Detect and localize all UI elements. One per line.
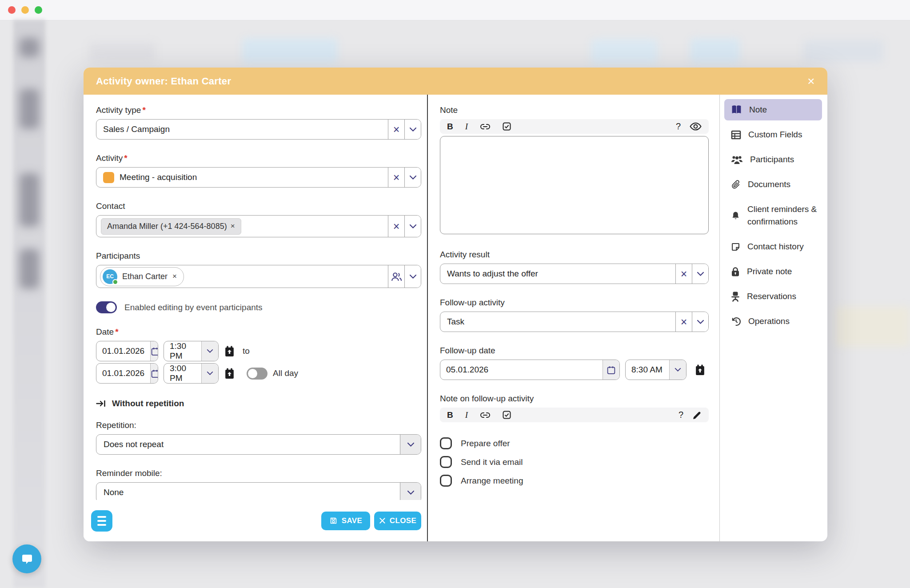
calendar-icon[interactable] [150,341,158,361]
participants-select[interactable]: EC Ethan Carter × [96,265,421,288]
checklist-icon[interactable] [503,411,511,419]
contact-tag[interactable]: Amanda Miller (+1 424-564-8085) × [101,218,241,235]
remove-icon[interactable]: × [231,222,235,231]
lock-icon [731,267,740,277]
start-time-input[interactable]: 1:30 PM [164,341,219,361]
checkbox[interactable] [440,475,452,487]
chevron-down-icon[interactable] [404,265,421,288]
help-icon[interactable]: ? [676,121,681,132]
italic-icon[interactable]: I [465,410,468,420]
sidebar-item-documents[interactable]: Documents [724,174,822,195]
sidebar-item-custom-fields[interactable]: Custom Fields [724,124,822,145]
sidebar-item-participants[interactable]: Participants [724,149,822,170]
enable-editing-toggle[interactable] [96,301,117,313]
participants-label: Participants [96,251,421,261]
bold-icon[interactable]: B [447,122,453,132]
sidebar-item-note[interactable]: Note [724,99,822,120]
sidebar-item-client-reminders[interactable]: Client reminders & confirmations [724,199,822,232]
menu-button[interactable] [91,510,112,532]
sidebar-item-contact-history[interactable]: Contact history [724,236,822,257]
all-day-label: All day [273,368,298,378]
follow-up-time-input[interactable]: 8:30 AM [625,360,686,380]
date-to-label: to [243,346,250,356]
activity-form-column: Activity type* Sales / Campaign × Activi… [84,95,428,541]
bell-icon [731,211,740,221]
add-to-calendar-icon[interactable] [694,364,706,376]
italic-icon[interactable]: I [465,122,468,132]
calendar-icon[interactable] [603,360,619,380]
preview-eye-icon[interactable] [690,122,702,131]
calendar-icon[interactable] [150,364,158,383]
follow-up-note-toolbar: B I ? [440,408,709,422]
avatar: EC [103,269,117,284]
note-label: Note [440,105,709,115]
help-icon[interactable]: ? [679,410,683,420]
checkbox[interactable] [440,456,452,468]
follow-up-note-label: Note on follow-up activity [440,394,709,404]
required-asterisk: * [124,153,127,163]
chat-bubble-icon [20,552,34,566]
end-time-input[interactable]: 3:00 PM [164,363,219,384]
add-to-calendar-icon[interactable] [224,368,235,379]
remove-icon[interactable]: × [172,272,177,281]
add-to-calendar-icon[interactable] [224,345,235,357]
contact-select[interactable]: Amanda Miller (+1 424-564-8085) × × [96,215,421,237]
chevron-down-icon[interactable] [404,216,421,237]
note-page-icon [731,242,740,252]
link-icon[interactable] [480,124,491,130]
follow-up-activity-label: Follow-up activity [440,298,709,308]
sidebar-item-private-note[interactable]: Private note [724,261,822,282]
activity-result-select[interactable]: Wants to adjust the offer × [440,264,709,284]
window-minimize-button[interactable] [21,6,29,14]
save-button[interactable]: SAVE [321,512,370,530]
close-icon[interactable]: × [807,75,815,88]
all-day-toggle[interactable] [247,368,267,380]
chevron-down-icon[interactable] [404,168,421,187]
chevron-down-icon[interactable] [404,120,421,139]
clear-icon[interactable]: × [675,312,692,332]
sidebar-item-reservations[interactable]: Reservations [724,286,822,307]
add-participants-icon[interactable] [388,265,404,288]
clear-icon[interactable]: × [388,216,404,237]
clear-icon[interactable]: × [388,168,404,187]
without-repetition-label: Without repetition [112,399,184,408]
follow-up-date-input[interactable]: 05.01.2026 [440,360,620,380]
chevron-down-icon[interactable] [201,341,218,361]
background-blur-shape [690,38,740,63]
checklist-icon[interactable] [503,122,511,131]
background-blur-shape [242,38,338,63]
participant-chip[interactable]: EC Ethan Carter × [100,267,184,286]
follow-up-activity-select[interactable]: Task × [440,312,709,332]
note-toolbar: B I ? [440,119,709,134]
chevron-down-icon[interactable] [201,364,218,383]
activity-type-select[interactable]: Sales / Campaign × [96,119,421,140]
note-textarea[interactable] [440,136,709,234]
clear-icon[interactable]: × [675,264,692,284]
task-row: Arrange meeting [440,475,709,487]
chevron-down-icon[interactable] [692,312,708,332]
link-icon[interactable] [480,412,491,418]
activity-select[interactable]: Meeting - acquisition × [96,167,421,188]
start-date-input[interactable]: 01.01.2026 [96,341,158,361]
reminder-mobile-label: Reminder mobile: [96,468,421,478]
chevron-down-icon[interactable] [400,483,421,500]
sidebar-item-operations[interactable]: Operations [724,311,822,332]
clear-icon[interactable]: × [388,120,404,139]
bold-icon[interactable]: B [447,410,453,420]
edit-pencil-icon[interactable] [692,410,702,420]
window-zoom-button[interactable] [35,6,42,14]
background-blur-shape [803,40,883,62]
history-icon [731,316,741,327]
modal-sidebar: Note Custom Fields Participants Document… [720,95,827,541]
activity-form-scroll[interactable]: Activity type* Sales / Campaign × Activi… [84,95,427,500]
chevron-down-icon[interactable] [669,360,686,380]
repetition-dropdown[interactable]: Does not repeat [96,434,421,455]
close-button[interactable]: CLOSE [374,512,421,530]
chat-fab-button[interactable] [12,544,41,573]
checkbox[interactable] [440,437,452,449]
end-date-input[interactable]: 01.01.2026 [96,363,158,384]
chevron-down-icon[interactable] [692,264,708,284]
reminder-mobile-dropdown[interactable]: None [96,482,421,500]
chevron-down-icon[interactable] [400,435,421,454]
window-close-button[interactable] [8,6,16,14]
